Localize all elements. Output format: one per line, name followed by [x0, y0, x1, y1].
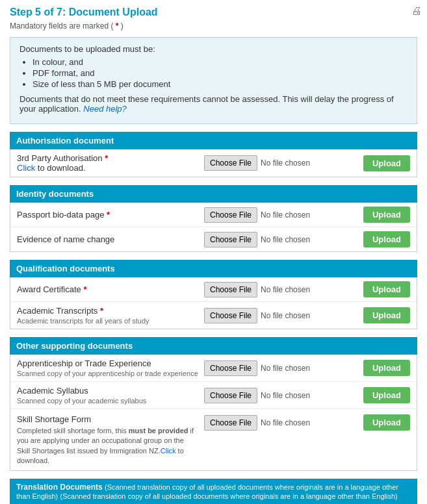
doc-label-academic-transcripts: Academic Transcripts * Academic transcri…	[17, 306, 199, 325]
doc-row-passport: Passport bio-data page * Choose File No …	[10, 203, 417, 227]
choose-file-btn-third-party[interactable]: Choose File	[204, 155, 257, 171]
file-input-group-third-party: Choose File No file chosen Upload	[204, 155, 410, 171]
file-status-award-cert: No file chosen	[261, 285, 310, 294]
doc-row-apprenticeship: Apprenticeship or Trade Experience Scann…	[10, 355, 417, 382]
doc-row-academic-syllabus: Academic Syllabus Scanned copy of your a…	[10, 382, 417, 409]
printer-icon[interactable]: 🖨	[411, 5, 422, 17]
doc-row-name-change: Evidence of name change Choose File No f…	[10, 227, 417, 251]
req-item-1: In colour, and	[32, 57, 408, 67]
need-help-link[interactable]: Need help?	[83, 104, 127, 114]
section-header-qualification: Qualification documents	[10, 260, 417, 277]
click-download-link[interactable]: Click	[17, 163, 35, 173]
upload-btn-passport[interactable]: Upload	[363, 207, 410, 223]
doc-label-passport: Passport bio-data page *	[17, 210, 199, 220]
doc-label-name-change: Evidence of name change	[17, 234, 199, 244]
upload-btn-academic-transcripts[interactable]: Upload	[363, 307, 410, 323]
req-item-2: PDF format, and	[32, 68, 408, 78]
section-body-authorisation: 3rd Party Authorisation * Click to downl…	[10, 149, 417, 177]
mandatory-note: Mandatory fields are marked ( * )	[10, 21, 417, 31]
asterisk: *	[116, 21, 119, 31]
doc-row-third-party: 3rd Party Authorisation * Click to downl…	[10, 149, 417, 177]
file-input-group-academic-transcripts: Choose File No file chosen Upload	[204, 307, 410, 323]
file-input-group-award-cert: Choose File No file chosen Upload	[204, 281, 410, 297]
choose-file-btn-academic-transcripts[interactable]: Choose File	[204, 308, 257, 323]
upload-btn-academic-syllabus[interactable]: Upload	[363, 387, 410, 403]
doc-label-academic-syllabus: Academic Syllabus Scanned copy of your a…	[17, 386, 199, 405]
requirements-list: In colour, and PDF format, and Size of l…	[32, 57, 408, 89]
section-body-other: Apprenticeship or Trade Experience Scann…	[10, 355, 417, 471]
academic-transcripts-sublabel: Academic transcripts for all years of st…	[17, 317, 199, 325]
section-header-identity: Identity documents	[10, 185, 417, 203]
file-input-group-academic-syllabus: Choose File No file chosen Upload	[204, 387, 410, 403]
upload-btn-award-cert[interactable]: Upload	[363, 281, 410, 297]
warning-text: Documents that do not meet these require…	[19, 94, 408, 114]
section-body-identity: Passport bio-data page * Choose File No …	[10, 203, 417, 252]
doc-label-third-party: 3rd Party Authorisation * Click to downl…	[17, 153, 199, 173]
doc-label-apprenticeship: Apprenticeship or Trade Experience Scann…	[17, 359, 199, 377]
file-input-group-name-change: Choose File No file chosen Upload	[204, 231, 410, 247]
skill-shortage-click-link[interactable]: Click	[161, 447, 176, 455]
doc-row-skill-shortage: Skill Shortage Form Completed skill shor…	[10, 409, 417, 470]
choose-file-btn-passport[interactable]: Choose File	[204, 207, 257, 223]
choose-file-btn-award-cert[interactable]: Choose File	[204, 282, 257, 297]
upload-btn-third-party[interactable]: Upload	[363, 155, 410, 171]
page-title: Step 5 of 7: Document Upload	[10, 6, 417, 18]
file-status-name-change: No file chosen	[261, 235, 310, 244]
translation-header: Translation Documents (Scanned translati…	[10, 479, 417, 504]
file-status-apprenticeship: No file chosen	[261, 364, 310, 373]
doc-row-academic-transcripts: Academic Transcripts * Academic transcri…	[10, 302, 417, 329]
doc-label-award-cert: Award Certificate *	[17, 284, 199, 294]
info-heading: Documents to be uploaded must be:	[19, 44, 408, 54]
file-status-third-party: No file chosen	[261, 158, 310, 168]
file-status-academic-syllabus: No file chosen	[261, 391, 310, 400]
section-header-other: Other supporting documents	[10, 337, 417, 355]
skill-shortage-desc: Completed skill shortage form, this must…	[17, 426, 199, 466]
choose-file-btn-apprenticeship[interactable]: Choose File	[204, 360, 257, 376]
section-header-authorisation: Authorisation document	[10, 132, 417, 149]
file-input-group-skill-shortage: Choose File No file chosen Upload	[204, 414, 410, 431]
file-status-skill-shortage: No file chosen	[261, 418, 310, 427]
upload-btn-name-change[interactable]: Upload	[363, 231, 410, 247]
file-status-academic-transcripts: No file chosen	[261, 311, 310, 320]
translation-title: Translation Documents	[16, 483, 103, 492]
file-input-group-apprenticeship: Choose File No file chosen Upload	[204, 360, 410, 376]
info-box: Documents to be uploaded must be: In col…	[10, 37, 417, 124]
choose-file-btn-academic-syllabus[interactable]: Choose File	[204, 388, 257, 403]
upload-btn-skill-shortage[interactable]: Upload	[363, 414, 410, 431]
doc-label-skill-shortage: Skill Shortage Form Completed skill shor…	[17, 414, 199, 466]
academic-syllabus-sublabel: Scanned copy of your academic syllabus	[17, 397, 199, 405]
upload-btn-apprenticeship[interactable]: Upload	[363, 360, 410, 376]
apprenticeship-sublabel: Scanned copy of your apprenticeship or t…	[17, 370, 199, 377]
file-status-passport: No file chosen	[261, 210, 310, 220]
required-marker: *	[105, 153, 108, 163]
choose-file-btn-skill-shortage[interactable]: Choose File	[204, 415, 257, 431]
section-body-qualification: Award Certificate * Choose File No file …	[10, 277, 417, 329]
doc-row-award-cert: Award Certificate * Choose File No file …	[10, 277, 417, 302]
file-input-group-passport: Choose File No file chosen Upload	[204, 207, 410, 223]
choose-file-btn-name-change[interactable]: Choose File	[204, 232, 257, 247]
req-item-3: Size of less than 5 MB per document	[32, 79, 408, 89]
